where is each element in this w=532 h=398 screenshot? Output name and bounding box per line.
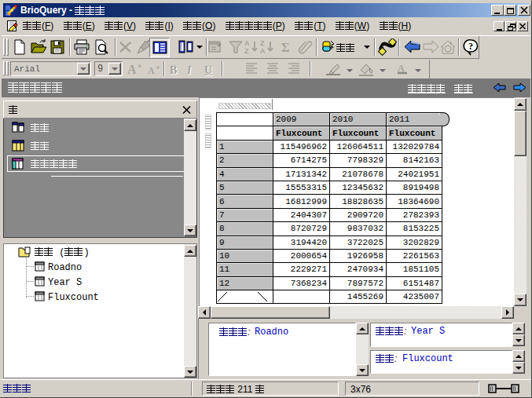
svg-text:A: A	[244, 39, 250, 47]
svg-text:Z: Z	[260, 39, 265, 47]
svg-text:Z: Z	[244, 47, 249, 55]
svg-text:A: A	[127, 63, 137, 76]
svg-text:A: A	[148, 65, 155, 76]
svg-text:A: A	[260, 47, 266, 55]
svg-text:?: ?	[468, 41, 473, 52]
svg-text:Σ: Σ	[281, 41, 289, 54]
